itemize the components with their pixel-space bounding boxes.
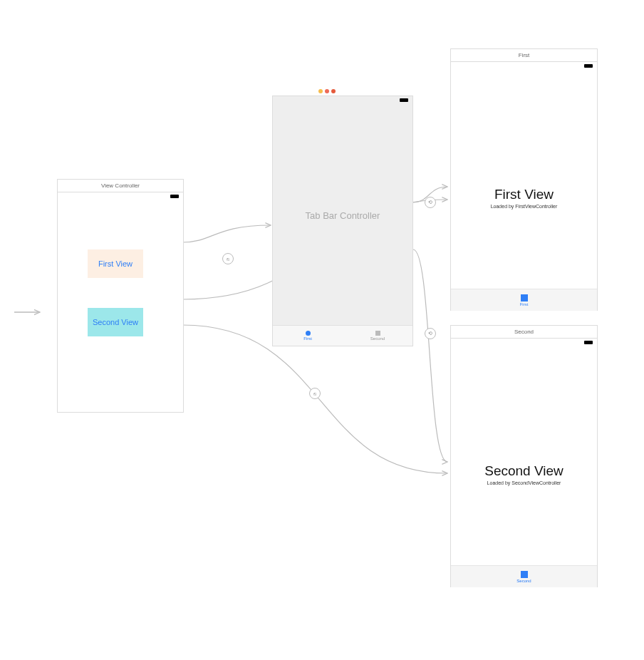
tab-label: Second — [516, 579, 531, 583]
tab-label: First — [520, 302, 529, 306]
tab-item-second[interactable]: Second — [343, 326, 412, 346]
window-traffic-lights — [318, 89, 336, 93]
scene-second[interactable]: Second Second View Loaded by SecondViewC… — [450, 325, 598, 587]
scene-tab-bar-controller[interactable]: Tab Bar Controller First Second — [272, 91, 412, 348]
second-view-button[interactable]: Second View — [88, 308, 143, 336]
scene-first[interactable]: First First View Loaded by FirstViewCont… — [450, 48, 598, 311]
dot-yellow-icon — [318, 89, 323, 93]
second-view-subtitle: Loaded by SecondViewController — [451, 480, 597, 485]
segue-icon[interactable]: ⎋ — [222, 253, 234, 264]
battery-icon — [584, 341, 593, 344]
tab-bar: Second — [451, 565, 597, 587]
tab-bar: First Second — [273, 325, 412, 346]
battery-icon — [584, 64, 593, 68]
segue-icon[interactable]: ⎋ — [309, 388, 321, 399]
second-view-heading: Second View — [451, 463, 597, 479]
square-icon — [521, 294, 528, 301]
tab-item-first[interactable]: First — [273, 326, 343, 346]
scene-title: First — [451, 49, 597, 62]
tab-bar: First — [451, 289, 597, 311]
scene-title: View Controller — [58, 180, 183, 192]
scene-view-controller[interactable]: View Controller First View Second View — [57, 179, 184, 413]
battery-icon — [400, 98, 408, 102]
scene-title: Second — [451, 326, 597, 339]
first-view-heading: First View — [451, 187, 597, 202]
square-icon — [521, 571, 528, 578]
segue-relationship-icon[interactable]: ⟲ — [425, 197, 436, 208]
first-view-button[interactable]: First View — [88, 249, 143, 278]
tab-label: Second — [370, 336, 385, 341]
square-icon — [375, 331, 380, 336]
circle-icon — [306, 331, 311, 336]
tab-label: First — [303, 336, 312, 341]
first-view-subtitle: Loaded by FirstViewController — [451, 204, 597, 209]
dot-orange-icon — [331, 89, 336, 93]
tab-bar-controller-label: Tab Bar Controller — [273, 210, 412, 221]
segue-relationship-icon[interactable]: ⟲ — [425, 328, 436, 339]
battery-icon — [170, 195, 179, 198]
dot-red-icon — [325, 89, 329, 93]
